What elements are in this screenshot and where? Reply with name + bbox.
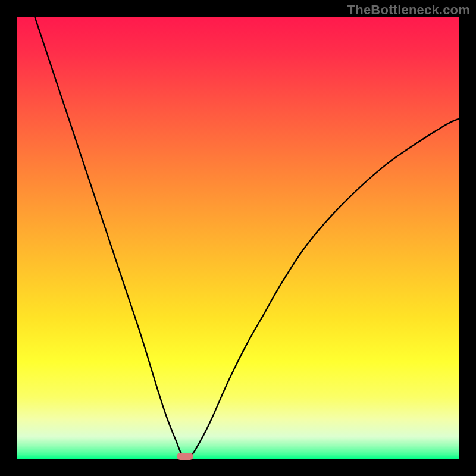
curve-svg [17, 17, 459, 459]
optimum-marker [177, 453, 193, 460]
chart-frame: TheBottleneck.com [0, 0, 476, 476]
plot-area [17, 17, 459, 459]
bottleneck-curve [35, 17, 459, 457]
watermark-text: TheBottleneck.com [347, 2, 470, 18]
